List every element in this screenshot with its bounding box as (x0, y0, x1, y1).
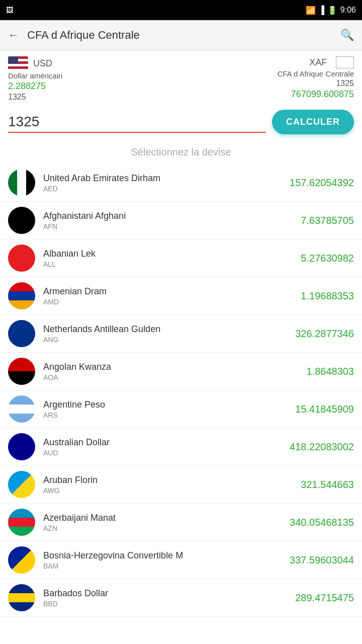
currency-name: Azerbaijani Manat (43, 513, 290, 523)
calculate-button[interactable]: CALCULER (272, 110, 354, 134)
usd-flag (8, 56, 28, 70)
currency-code: ALL (43, 260, 301, 268)
currency-name: Armenian Dram (43, 286, 301, 297)
currency-value: 7.63785705 (301, 215, 354, 226)
currency-name: Australian Dollar (43, 437, 290, 448)
currency-value: 15.41845909 (295, 404, 354, 415)
flag-amd (8, 282, 35, 309)
status-bar-right: 📶 ▐ 🔋 9:06 (306, 6, 356, 15)
currency-info: Armenian DramAMD (43, 286, 301, 306)
currency-name: Aruban Florin (43, 475, 301, 486)
currency-value: 1.8648303 (306, 366, 354, 377)
currency-code: AOA (43, 373, 306, 381)
back-button[interactable]: ← (8, 29, 19, 42)
list-item[interactable]: Aruban FlorinAWG321.544663 (0, 466, 362, 504)
list-item[interactable]: Armenian DramAMD1.19688353 (0, 277, 362, 315)
list-item[interactable]: Argentine PesoARS15.41845909 (0, 390, 362, 428)
currency-code: ARS (43, 411, 295, 419)
flag-ang (8, 320, 35, 347)
target-currency-name: CFA d Afrique Centrale (277, 69, 354, 78)
currency-info: Barbados DollarBBD (43, 588, 295, 608)
wifi-icon: 📶 (306, 6, 316, 15)
source-exchange-rate: 2.288275 (8, 81, 62, 92)
flag-aoa (8, 358, 35, 385)
source-currency: USD Dollar américain 2.288275 1325 (8, 56, 62, 102)
target-result: 767099.600875 (291, 89, 354, 100)
target-base-amount: 1325 (336, 79, 354, 88)
currency-name: United Arab Emirates Dirham (43, 173, 290, 184)
exchange-header: USD Dollar américain 2.288275 1325 XAF C… (0, 50, 362, 106)
signal-icon: ▐ (319, 6, 324, 15)
list-item[interactable]: Bosnia-Herzegovina Convertible MBAM337.5… (0, 541, 362, 579)
currency-code: AUD (43, 449, 290, 457)
flag-bam (8, 546, 35, 574)
currency-info: Angolan KwanzaAOA (43, 362, 306, 381)
currency-name: Angolan Kwanza (43, 362, 306, 372)
list-item[interactable]: Afghanistani AfghaniAFN7.63785705 (0, 202, 362, 239)
currency-code: ANG (43, 336, 295, 344)
currency-name: Bosnia-Herzegovina Convertible M (43, 550, 290, 561)
flag-aud (8, 433, 35, 460)
input-row: CALCULER (0, 106, 362, 142)
flag-all (8, 245, 35, 272)
currency-code: AMD (43, 298, 301, 306)
source-currency-name: Dollar américain (8, 71, 62, 80)
currency-list: United Arab Emirates DirhamAED157.620543… (0, 164, 362, 617)
toolbar: ← CFA d Afrique Centrale 🔍 (0, 20, 362, 50)
flag-afn (8, 207, 35, 234)
currency-info: United Arab Emirates DirhamAED (43, 173, 290, 193)
currency-code: AZN (43, 524, 290, 532)
currency-code: AED (43, 185, 290, 193)
time-display: 9:06 (340, 6, 356, 15)
currency-info: Afghanistani AfghaniAFN (43, 211, 301, 230)
currency-value: 337.59603044 (290, 554, 354, 566)
currency-value: 1.19688353 (301, 290, 354, 302)
status-bar-left: 🖼 (6, 6, 13, 14)
currency-info: Argentine PesoARS (43, 399, 295, 419)
section-header: Sélectionnez la devise (0, 142, 362, 164)
currency-info: Azerbaijani ManatAZN (43, 513, 290, 532)
currency-value: 289.4715475 (295, 592, 354, 604)
currency-code: BAM (43, 562, 290, 570)
flag-ars (8, 395, 35, 423)
currency-code: AWG (43, 487, 301, 495)
photo-icon: 🖼 (6, 6, 13, 14)
flag-bbd (8, 584, 35, 611)
source-amount: 1325 (8, 93, 62, 102)
list-item[interactable]: Netherlands Antillean GuldenANG326.28773… (0, 315, 362, 353)
target-currency-code: XAF (309, 57, 327, 68)
currency-info: Australian DollarAUD (43, 437, 290, 457)
currency-value: 326.2877346 (295, 328, 354, 340)
list-item[interactable]: Australian DollarAUD418.22083002 (0, 428, 362, 466)
currency-info: Aruban FlorinAWG (43, 475, 301, 495)
list-item[interactable]: United Arab Emirates DirhamAED157.620543… (0, 164, 362, 202)
flag-azn (8, 509, 35, 536)
currency-value: 340.05468135 (290, 517, 354, 528)
currency-info: Bosnia-Herzegovina Convertible MBAM (43, 550, 290, 570)
search-button[interactable]: 🔍 (340, 29, 354, 42)
list-item[interactable]: Angolan KwanzaAOA1.8648303 (0, 353, 362, 390)
flag-awg (8, 471, 35, 498)
currency-value: 5.27630982 (301, 253, 354, 264)
list-item[interactable]: Albanian LekALL5.27630982 (0, 239, 362, 277)
currency-name: Argentine Peso (43, 399, 295, 410)
status-bar: 🖼 📶 ▐ 🔋 9:06 (0, 0, 362, 20)
amount-input[interactable] (8, 112, 266, 133)
currency-name: Barbados Dollar (43, 588, 295, 599)
xaf-box (336, 56, 354, 68)
currency-value: 321.544663 (301, 479, 354, 491)
target-currency: XAF CFA d Afrique Centrale 1325 767099.6… (277, 56, 354, 100)
currency-name: Afghanistani Afghani (43, 211, 301, 221)
currency-info: Netherlands Antillean GuldenANG (43, 324, 295, 344)
currency-name: Albanian Lek (43, 249, 301, 259)
currency-code: BBD (43, 600, 295, 608)
currency-value: 418.22083002 (290, 441, 354, 453)
list-item[interactable]: Azerbaijani ManatAZN340.05468135 (0, 504, 362, 541)
currency-code: AFN (43, 222, 301, 230)
flag-aed (8, 169, 35, 196)
source-currency-code: USD (33, 58, 52, 69)
currency-value: 157.62054392 (290, 177, 354, 189)
battery-icon: 🔋 (327, 6, 337, 15)
page-title: CFA d Afrique Centrale (27, 29, 332, 42)
list-item[interactable]: Barbados DollarBBD289.4715475 (0, 579, 362, 617)
